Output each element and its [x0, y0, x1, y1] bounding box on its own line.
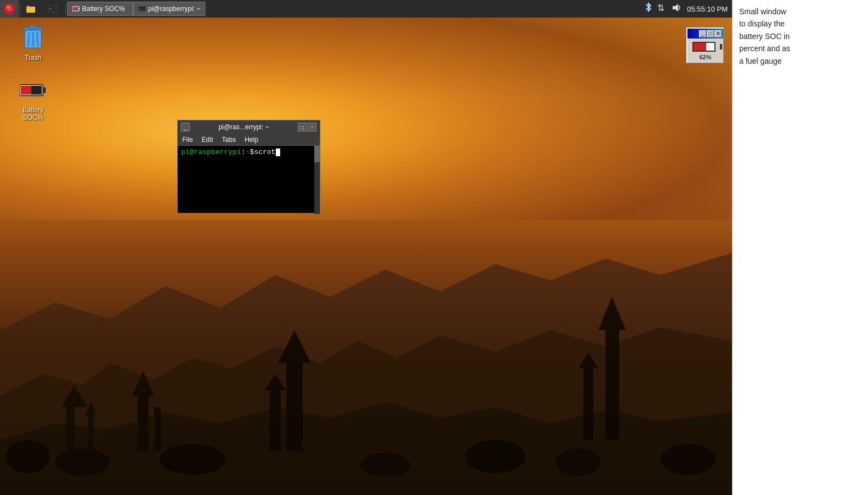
system-clock: 05:55:10 PM	[687, 5, 728, 13]
trash-desktop-icon[interactable]: Trash	[11, 25, 55, 62]
terminal-prompt-path: ~	[245, 148, 250, 156]
annotation-text: Small window to display the battery SOC …	[739, 6, 861, 67]
raspberry-menu-button[interactable]: 🍓	[0, 0, 19, 18]
terminal-close-button[interactable]: ✕	[308, 123, 316, 131]
terminal-launch-button[interactable]: >_	[43, 0, 64, 18]
svg-rect-16	[583, 369, 593, 440]
svg-rect-33	[79, 8, 80, 10]
battery-soc-taskbar-button[interactable]: Battery SOC%	[67, 2, 133, 16]
terminal-menu-tabs[interactable]: Tabs	[217, 134, 240, 146]
svg-point-23	[556, 448, 600, 476]
terminal-scrollbar-thumb[interactable]	[314, 146, 320, 162]
terminal-taskbar-label: pi@raspberrypi: ~	[148, 5, 200, 13]
taskbar-sep-1	[20, 3, 20, 14]
svg-rect-46	[43, 87, 46, 93]
annotation-line4: percent and as	[739, 44, 790, 53]
battery-icon-svg	[20, 83, 46, 97]
svg-rect-29	[26, 6, 30, 8]
volume-icon	[672, 2, 683, 13]
terminal-prompt-user: pi@raspberrypi	[181, 148, 241, 156]
annotation-line2: to display the	[739, 19, 785, 28]
svg-rect-12	[270, 391, 281, 451]
landscape-silhouette	[0, 220, 732, 495]
svg-rect-48	[31, 86, 42, 95]
terminal-quick-icon: >_	[47, 4, 57, 14]
svg-text:>_: >_	[139, 7, 144, 12]
svg-rect-5	[88, 415, 94, 451]
battery-soc-label: Battery SOC%	[11, 106, 55, 122]
battery-soc-window: _ □ ✕ 62%	[686, 28, 724, 63]
taskbar-sep-2	[65, 3, 66, 14]
sky-overlay	[0, 0, 732, 220]
terminal-window: _ pi@ras...errypi: ~ □ ✕ File Edit Tabs …	[177, 120, 320, 213]
terminal-taskbar-button[interactable]: >_ pi@raspberrypi: ~	[133, 2, 205, 16]
battery-body	[692, 42, 716, 52]
terminal-title-text: pi@ras...errypi: ~	[190, 123, 298, 131]
battery-taskbar-icon	[72, 6, 80, 12]
terminal-command-text: scrot	[254, 148, 276, 156]
terminal-maximize-button[interactable]: □	[298, 123, 307, 131]
terminal-minimize-button[interactable]: _	[181, 123, 190, 131]
trash-icon-image	[20, 25, 46, 51]
svg-point-24	[660, 444, 716, 475]
terminal-cursor	[276, 148, 280, 156]
battery-window-body: 62%	[687, 38, 723, 63]
raspberry-icon: 🍓	[3, 3, 15, 15]
terminal-prompt-line: pi@raspberrypi:~ $ scrot	[181, 148, 316, 156]
annotation-line5: a fuel gauge	[739, 57, 782, 65]
svg-text:>_: >_	[49, 6, 55, 12]
svg-rect-47	[21, 86, 31, 95]
svg-marker-38	[673, 4, 678, 12]
taskbar: 🍓 >_	[0, 0, 732, 18]
battery-gauge	[692, 41, 719, 53]
terminal-menu-help[interactable]: Help	[240, 134, 263, 146]
annotation-line3: battery SOC in	[739, 32, 790, 41]
svg-rect-9	[154, 407, 161, 451]
battery-fill-bar	[694, 43, 707, 51]
annotation-panel: Small window to display the battery SOC …	[732, 0, 868, 495]
battery-window-minimize-button[interactable]: _	[699, 30, 706, 37]
svg-point-21	[361, 453, 410, 477]
battery-terminal	[720, 44, 722, 50]
svg-rect-3	[66, 407, 74, 451]
desktop-background	[0, 0, 732, 495]
battery-window-maximize-button[interactable]: □	[707, 30, 714, 37]
taskbar-right: ⇅ 05:55:10 PM	[644, 2, 732, 15]
terminal-body: pi@raspberrypi:~ $ scrot	[178, 146, 320, 213]
svg-point-22	[465, 440, 526, 473]
svg-rect-40	[29, 26, 37, 29]
file-manager-button[interactable]	[21, 0, 43, 18]
svg-rect-7	[138, 396, 149, 451]
terminal-title-left-buttons: _	[181, 123, 190, 131]
battery-soc-icon-image	[20, 77, 46, 103]
svg-point-20	[160, 444, 226, 475]
battery-soc-desktop-icon[interactable]: Battery SOC%	[11, 77, 55, 122]
terminal-titlebar: _ pi@ras...errypi: ~ □ ✕	[178, 120, 320, 134]
svg-point-18	[6, 440, 50, 473]
battery-percent-label: 62%	[699, 54, 711, 61]
terminal-menu-edit[interactable]: Edit	[197, 134, 217, 146]
svg-rect-14	[605, 330, 619, 440]
network-arrows-icon: ⇅	[657, 2, 667, 13]
battery-window-titlebar: _ □ ✕	[687, 29, 723, 38]
folder-icon	[26, 4, 36, 14]
battery-soc-taskbar-label: Battery SOC%	[82, 5, 125, 13]
bluetooth-icon	[644, 2, 653, 13]
svg-point-19	[55, 448, 110, 476]
trash-svg	[21, 25, 45, 51]
svg-rect-34	[73, 7, 76, 10]
svg-text:🍓: 🍓	[6, 4, 13, 12]
battery-window-close-button[interactable]: ✕	[714, 30, 722, 37]
terminal-menu-file[interactable]: File	[178, 134, 197, 146]
taskbar-left: 🍓 >_	[0, 0, 644, 18]
bluetooth-tray-icon[interactable]	[644, 2, 653, 15]
volume-tray-icon[interactable]	[672, 2, 683, 15]
trash-label: Trash	[23, 53, 43, 62]
svg-text:⇅: ⇅	[657, 3, 664, 13]
terminal-scrollbar[interactable]	[314, 146, 320, 214]
network-tray-icon[interactable]: ⇅	[657, 2, 667, 15]
terminal-menubar: File Edit Tabs Help	[178, 134, 320, 146]
terminal-taskbar-icon: >_	[138, 6, 146, 12]
terminal-title-right-buttons: □ ✕	[298, 123, 316, 131]
svg-rect-10	[286, 363, 303, 451]
